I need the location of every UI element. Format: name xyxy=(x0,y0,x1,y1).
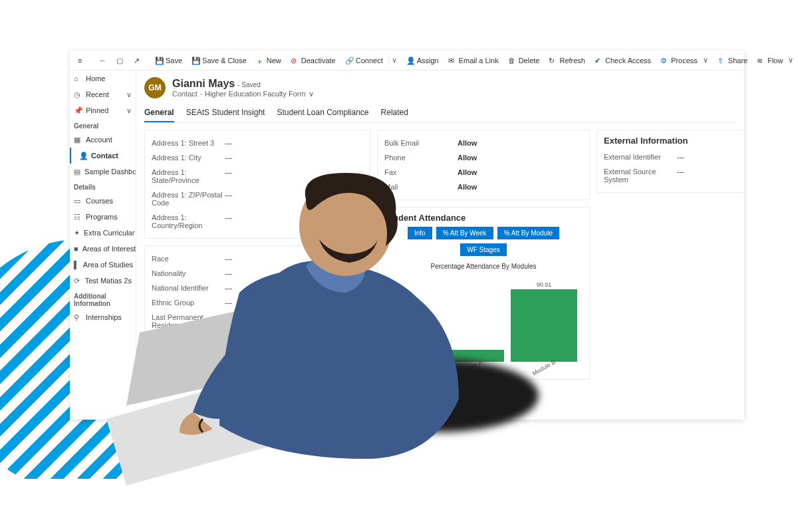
form-button[interactable]: ▢ xyxy=(112,53,128,68)
record-subtitle: Contact · Higher Education Faculty Form … xyxy=(172,90,314,98)
chart-bar xyxy=(511,289,577,362)
dashboard-icon: ▤ xyxy=(74,168,80,176)
attendance-btn--att-by-module[interactable]: % Att By Module xyxy=(497,227,559,239)
sidebar-item-label: Pinned xyxy=(86,106,108,114)
studies-icon: ▌ xyxy=(74,261,79,269)
field-label: External Identifier xyxy=(604,153,677,161)
share-icon: ⇪ xyxy=(718,57,726,65)
delete-button[interactable]: 🗑Delete xyxy=(504,53,544,68)
field-row[interactable]: External Source System--- xyxy=(604,164,742,187)
save-close-button[interactable]: 💾Save & Close xyxy=(188,53,251,68)
test-icon: ⟳ xyxy=(74,277,81,285)
field-value: --- xyxy=(677,168,684,184)
delete-icon: 🗑 xyxy=(508,57,516,65)
sidebar-item-contact[interactable]: 👤Contact xyxy=(70,148,136,164)
connect-button[interactable]: 🔗Connect∨ xyxy=(341,53,401,68)
plus-icon: ＋ xyxy=(256,57,264,65)
refresh-button[interactable]: ↻Refresh xyxy=(545,53,589,68)
external-info-card: External Information External Identifier… xyxy=(597,130,744,193)
field-value: Allow xyxy=(458,154,477,162)
field-row[interactable]: PhoneAllow xyxy=(384,150,583,165)
sidebar-item-recent[interactable]: ◷Recent∨ xyxy=(70,86,136,102)
back-icon: ← xyxy=(99,57,107,65)
sidebar-item-home[interactable]: ⌂Home xyxy=(70,70,136,86)
chevron-down-icon: ∨ xyxy=(788,56,793,65)
command-bar: ≡ ← ▢ ↗ 💾Save 💾Save & Close ＋New ⊘Deacti… xyxy=(70,51,744,70)
chevron-down-icon: ∨ xyxy=(388,56,397,65)
tab-general[interactable]: General xyxy=(144,104,174,122)
programs-icon: ☷ xyxy=(74,213,82,221)
record-header: GM Gianni Mays- Saved Contact · Higher E… xyxy=(144,77,736,98)
refresh-icon: ↻ xyxy=(549,57,557,65)
field-value: --- xyxy=(225,154,232,162)
hamburger-icon: ≡ xyxy=(78,57,86,65)
new-button[interactable]: ＋New xyxy=(252,53,285,68)
field-value: --- xyxy=(677,153,684,161)
deactivate-button[interactable]: ⊘Deactivate xyxy=(287,53,340,68)
field-row[interactable]: External Identifier--- xyxy=(604,150,742,164)
email-link-button[interactable]: ✉Email a Link xyxy=(444,53,503,68)
sidebar-item-label: Recent xyxy=(86,90,109,98)
sidebar-item-label: Account xyxy=(86,136,112,144)
tab-student-loan-compliance[interactable]: Student Loan Compliance xyxy=(277,104,368,122)
deactivate-icon: ⊘ xyxy=(291,57,299,65)
field-value: --- xyxy=(225,139,232,147)
process-icon: ⚙ xyxy=(660,57,668,65)
chevron-down-icon: ∨ xyxy=(703,56,708,65)
sidebar-item-label: Home xyxy=(86,74,105,82)
account-icon: ▦ xyxy=(74,136,82,144)
email-icon: ✉ xyxy=(448,57,456,65)
field-label: Phone xyxy=(384,154,458,162)
menu-button[interactable]: ≡ xyxy=(74,53,90,68)
chevron-down-icon[interactable]: ∨ xyxy=(309,90,314,98)
open-button[interactable]: ↗ xyxy=(130,53,146,68)
connect-icon: 🔗 xyxy=(345,57,353,65)
field-value: Allow xyxy=(458,139,477,147)
clock-icon: ◷ xyxy=(74,90,82,98)
tab-seats-student-insight[interactable]: SEAtS Student Insight xyxy=(186,104,265,122)
field-label: External Source System xyxy=(604,168,677,184)
contact-icon: 👤 xyxy=(79,152,87,160)
chevron-down-icon: ∨ xyxy=(126,90,132,99)
home-icon: ⌂ xyxy=(74,74,82,82)
intern-icon: ⚲ xyxy=(74,313,82,321)
person-photo xyxy=(86,173,499,505)
assign-button[interactable]: 👤Assign xyxy=(402,53,443,68)
save-status: - Saved xyxy=(237,81,260,88)
tab-related[interactable]: Related xyxy=(381,104,408,122)
courses-icon: ▭ xyxy=(74,197,82,205)
share-button[interactable]: ⇪Share xyxy=(714,53,751,68)
field-label: Bulk Email xyxy=(384,139,458,147)
pin-icon: 📌 xyxy=(74,106,82,114)
back-button[interactable]: ← xyxy=(95,53,111,68)
flow-icon: ≋ xyxy=(757,57,765,65)
open-icon: ↗ xyxy=(134,57,142,65)
chevron-down-icon: ∨ xyxy=(126,106,132,115)
check-icon: ✔ xyxy=(595,57,602,65)
record-title: Gianni Mays xyxy=(172,78,235,89)
sidebar-item-pinned[interactable]: 📌Pinned∨ xyxy=(70,102,136,118)
external-info-title: External Information xyxy=(604,136,742,146)
chart-value-label: 90.91 xyxy=(537,281,552,288)
field-row[interactable]: Address 1: Street 3--- xyxy=(152,136,363,150)
extra-icon: ✦ xyxy=(74,229,80,237)
interest-icon: ■ xyxy=(74,245,78,253)
form-tabs: GeneralSEAtS Student InsightStudent Loan… xyxy=(144,104,736,123)
sidebar-item-label: Contact xyxy=(91,152,118,160)
field-row[interactable]: Address 1: City--- xyxy=(152,150,363,165)
assign-icon: 👤 xyxy=(406,57,414,65)
sidebar-item-account[interactable]: ▦Account xyxy=(70,132,136,148)
save-close-icon: 💾 xyxy=(192,57,200,65)
check-access-button[interactable]: ✔Check Access xyxy=(591,53,655,68)
avatar: GM xyxy=(144,77,166,98)
flow-button[interactable]: ≋Flow∨ xyxy=(753,53,797,68)
field-label: Address 1: Street 3 xyxy=(152,139,225,147)
nav-section-general: General xyxy=(70,118,136,132)
save-icon: 💾 xyxy=(155,57,163,65)
field-label: Address 1: City xyxy=(152,154,225,162)
field-row[interactable]: Bulk EmailAllow xyxy=(384,136,583,150)
process-button[interactable]: ⚙Process∨ xyxy=(656,53,712,68)
form-icon: ▢ xyxy=(116,57,124,65)
save-button[interactable]: 💾Save xyxy=(151,53,186,68)
